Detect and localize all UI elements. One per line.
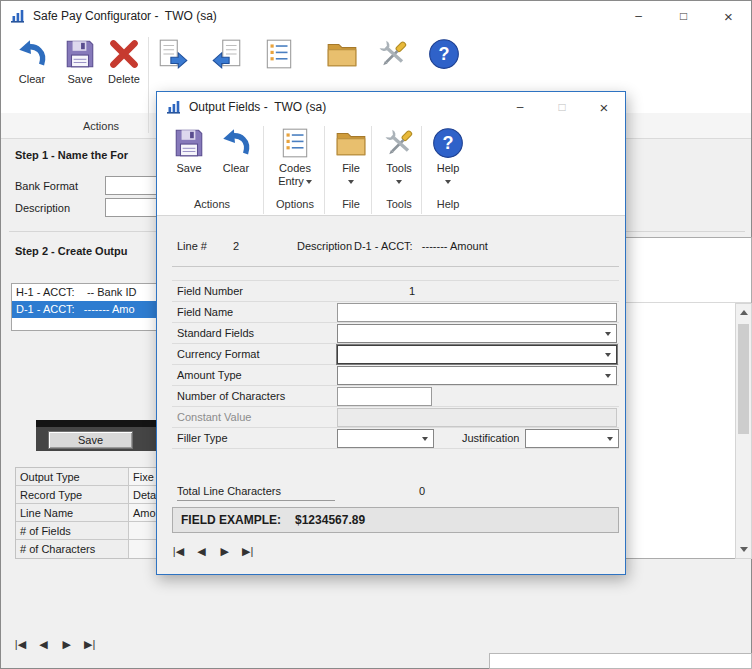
scroll-up-button[interactable]	[736, 304, 751, 321]
scroll-down-button[interactable]	[736, 541, 751, 558]
filler-type-label: Filler Type	[172, 428, 337, 448]
last-record-button[interactable]: ▶|	[82, 638, 97, 651]
vertical-scrollbar[interactable]	[735, 303, 752, 559]
line-number-value: 2	[233, 240, 239, 252]
line-description-value: D-1 - ACCT: ------- Amount	[354, 240, 488, 252]
dropdown-arrow-icon	[396, 180, 402, 184]
amount-type-select[interactable]: Field Amount	[337, 366, 617, 385]
tools-icon	[382, 126, 416, 160]
combo-arrow-icon	[605, 353, 611, 357]
dropdown-arrow-icon	[348, 180, 354, 184]
maximize-button[interactable]: □	[661, 1, 706, 31]
standard-fields-select[interactable]: Check Amount	[337, 324, 617, 343]
file-button-main[interactable]	[319, 37, 365, 71]
dialog-codes-entry-button[interactable]: Codes Entry	[269, 126, 321, 186]
last-record-button[interactable]: ▶|	[240, 545, 255, 558]
tools-button-main[interactable]	[370, 37, 416, 71]
step2-heading: Step 2 - Create Outpu	[15, 245, 127, 257]
filler-type-row: Filler Type zeros Justification Right	[172, 428, 619, 449]
combo-arrow-icon	[605, 374, 611, 378]
dialog-tools-button[interactable]: Tools	[375, 126, 423, 186]
dialog-titlebar: Output Fields - TWO (sa) – □ ×	[157, 92, 625, 122]
first-record-button[interactable]: |◀	[171, 545, 186, 558]
constant-value-row: Constant Value	[172, 407, 619, 428]
combo-arrow-icon	[605, 332, 611, 336]
codes-button-main[interactable]	[256, 37, 302, 71]
field-number-label: Field Number	[172, 281, 337, 301]
record-navigation: |◀ ◀ ▶ ▶|	[13, 638, 102, 651]
save-button-main[interactable]: Save	[57, 37, 103, 85]
status-box	[489, 653, 752, 669]
dialog-record-navigation: |◀ ◀ ▶ ▶|	[171, 545, 260, 558]
dialog-save-button[interactable]: Save	[167, 126, 211, 174]
number-of-characters-input[interactable]: 10	[337, 387, 432, 406]
dropdown-arrow-icon	[445, 180, 451, 184]
field-example-value: $1234567.89	[295, 513, 365, 527]
actions-group-label: Actions	[41, 113, 161, 139]
safe-pay-configurator-window: Safe Pay Configurator - TWO (sa) – □ × C…	[0, 0, 752, 669]
total-line-characters-value: 0	[419, 485, 425, 497]
folder-icon	[334, 126, 368, 160]
prop-label: Line Name	[16, 504, 129, 521]
field-example-label: FIELD EXAMPLE:	[181, 513, 281, 527]
dialog-toolbar: Save Clear	[157, 122, 625, 192]
constant-value-label: Constant Value	[172, 407, 337, 427]
field-grid: Field Number 1 Field Name Amount Standar…	[172, 280, 619, 449]
total-line-characters-label: Total Line Characters	[177, 485, 335, 501]
delete-icon	[107, 37, 141, 71]
minimize-button[interactable]: –	[616, 1, 661, 31]
export-button-main[interactable]	[150, 37, 196, 71]
step1-heading: Step 1 - Name the For	[15, 149, 128, 161]
main-window-title: Safe Pay Configurator - TWO (sa)	[33, 9, 217, 23]
currency-format-select[interactable]: Currency - with $ / with decimal	[337, 345, 617, 364]
svg-text:?: ?	[442, 133, 453, 153]
previous-record-button[interactable]: ◀	[194, 545, 209, 558]
dialog-minimize-button[interactable]: –	[499, 92, 541, 122]
app-icon	[10, 8, 26, 24]
clear-icon	[15, 37, 49, 71]
dialog-clear-button[interactable]: Clear	[214, 126, 258, 174]
line-number-label: Line #	[177, 240, 207, 252]
save-icon	[63, 37, 97, 71]
import-button-main[interactable]	[204, 37, 250, 71]
prop-label: # of Fields	[16, 522, 129, 539]
scroll-up-icon	[740, 310, 748, 315]
field-example-box: FIELD EXAMPLE: $1234567.89	[172, 507, 619, 533]
scroll-thumb[interactable]	[738, 324, 749, 434]
toolbar-separator	[324, 126, 325, 214]
close-button[interactable]: ×	[706, 1, 751, 31]
toolbar-separator	[263, 126, 264, 214]
number-of-characters-label: Number of Characters	[172, 386, 337, 406]
field-name-input[interactable]: Amount	[337, 303, 617, 322]
constant-value-input	[337, 408, 617, 427]
scroll-down-icon	[740, 547, 748, 552]
help-button-main[interactable]: ?	[421, 37, 467, 71]
folder-icon	[325, 37, 359, 71]
toolbar-separator	[371, 126, 372, 214]
previous-record-button[interactable]: ◀	[36, 638, 51, 651]
help-icon: ?	[427, 37, 461, 71]
clear-button-main[interactable]: Clear	[9, 37, 55, 85]
clear-icon	[219, 126, 253, 160]
first-record-button[interactable]: |◀	[13, 638, 28, 651]
next-record-button[interactable]: ▶	[59, 638, 74, 651]
number-of-characters-row: Number of Characters 10	[172, 386, 619, 407]
prop-label: Record Type	[16, 486, 129, 503]
prop-label: Output Type	[16, 468, 129, 485]
dialog-help-button[interactable]: ? Help	[425, 126, 471, 186]
dialog-close-button[interactable]: ×	[583, 92, 625, 122]
currency-format-row: Currency Format Currency - with $ / with…	[172, 344, 619, 365]
next-record-button[interactable]: ▶	[217, 545, 232, 558]
filler-type-select[interactable]: zeros	[337, 429, 434, 448]
field-number-row: Field Number 1	[172, 281, 619, 302]
help-group-label: Help	[425, 192, 471, 216]
output-fields-dialog: Output Fields - TWO (sa) – □ ×	[156, 91, 626, 575]
dialog-file-button[interactable]: File	[329, 126, 373, 186]
save-field-button[interactable]: Save	[48, 431, 133, 449]
main-titlebar: Safe Pay Configurator - TWO (sa) – □ ×	[1, 1, 751, 31]
description-label: Description	[15, 202, 70, 214]
delete-button-main[interactable]: Delete	[101, 37, 147, 85]
currency-format-label: Currency Format	[172, 344, 337, 364]
justification-select[interactable]: Right	[525, 429, 619, 448]
export-page-icon	[156, 37, 190, 71]
